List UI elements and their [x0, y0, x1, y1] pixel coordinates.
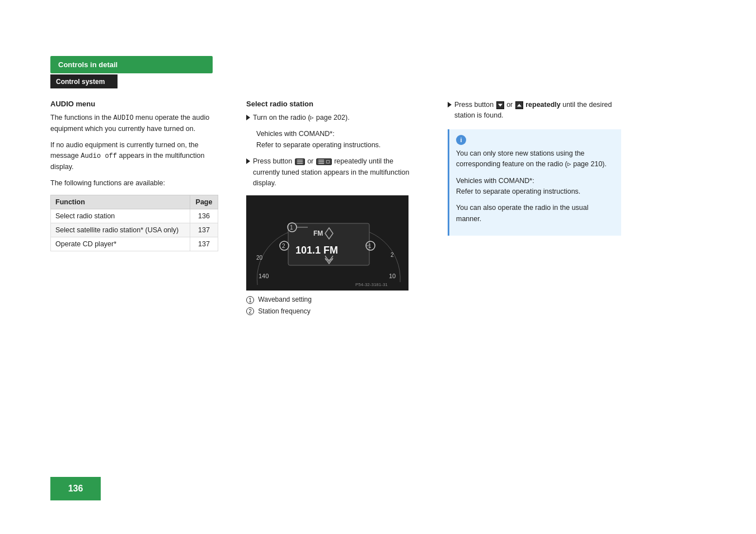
info-icon-wrapper: i — [456, 135, 614, 148]
bullet-text-1: Turn on the radio (▹ page 202). — [253, 113, 350, 123]
table-row: Operate CD player* 137 — [51, 237, 218, 251]
caption-item-2: 2 Station frequency — [246, 306, 420, 317]
table-cell-function: Select radio station — [51, 209, 190, 223]
header-bar: Controls in detail — [50, 56, 213, 73]
table-cell-page: 137 — [190, 237, 218, 251]
page-container: Controls in detail Control system AUDIO … — [0, 0, 756, 534]
right-bullet-arrow-1 — [448, 102, 452, 107]
function-table: Function Page Select radio station 136 S… — [50, 195, 218, 251]
table-header-page: Page — [190, 195, 218, 209]
subheader-title: Control system — [56, 78, 105, 86]
bullet-item-2: Press button or — [246, 156, 420, 189]
indent-text-1: Vehicles with COMAND*: Refer to separate… — [256, 129, 420, 151]
radio-button-icon-1 — [295, 158, 305, 165]
page-number-box: 136 — [50, 477, 101, 500]
info-para3: You can also operate the radio in the us… — [456, 203, 614, 224]
audio-menu-title: AUDIO menu — [50, 100, 218, 108]
table-cell-function: Operate CD player* — [51, 237, 190, 251]
caption-num-2: 2 — [246, 307, 254, 315]
caption-num-1: 1 — [246, 296, 254, 304]
audio-para2: If no audio equipment is currently turne… — [50, 140, 218, 172]
right-bullet-item-1: Press button or repeatedly until the des… — [448, 100, 621, 121]
bullet-text-2: Press button or — [253, 156, 420, 189]
dashboard-image-container: 140 20 10 2 FM 101.1 FM 1 — [246, 195, 420, 317]
svg-text:20: 20 — [256, 255, 263, 261]
table-row: Select satellite radio station* (USA onl… — [51, 223, 218, 237]
table-cell-page: 137 — [190, 223, 218, 237]
table-cell-page: 136 — [190, 209, 218, 223]
svg-text:2: 2 — [282, 243, 285, 249]
table-row: Select radio station 136 — [51, 209, 218, 223]
svg-text:101.1 FM: 101.1 FM — [295, 245, 338, 256]
audio-mono: AUDIO — [114, 114, 134, 122]
info-box: i You can only store new stations using … — [448, 129, 621, 236]
right-bullet-text-1: Press button or repeatedly until the des… — [454, 100, 621, 121]
subheader-bar: Control system — [50, 74, 118, 88]
audio-para3: The following functions are available: — [50, 178, 218, 189]
header-title: Controls in detail — [58, 60, 118, 69]
dashboard-svg: 140 20 10 2 FM 101.1 FM 1 — [246, 195, 408, 291]
table-cell-function: Select satellite radio station* (USA onl… — [51, 223, 190, 237]
nav-up-icon — [515, 101, 523, 109]
svg-text:140: 140 — [259, 273, 269, 279]
nav-down-icon — [496, 101, 504, 109]
info-para1: You can only store new stations using th… — [456, 148, 614, 170]
radio-button-icon-2 — [316, 158, 332, 165]
caption-text-2: Station frequency — [258, 307, 310, 315]
table-header-function: Function — [51, 195, 190, 209]
audio-off-mono: Audio off — [81, 152, 117, 160]
caption-item-1: 1 Waveband setting — [246, 294, 420, 305]
svg-text:FM: FM — [313, 229, 323, 237]
left-column: AUDIO menu The functions in the AUDIO me… — [50, 100, 218, 251]
svg-text:2: 2 — [391, 252, 394, 258]
caption-list: 1 Waveband setting 2 Station frequency — [246, 294, 420, 317]
bullet-arrow-1 — [246, 115, 250, 120]
select-radio-title: Select radio station — [246, 100, 420, 108]
svg-text:1: 1 — [290, 224, 293, 231]
right-column: Press button or repeatedly until the des… — [448, 100, 621, 236]
mid-column: Select radio station Turn on the radio (… — [246, 100, 420, 317]
repeatedly-text: repeatedly — [334, 157, 367, 165]
audio-para1: The functions in the AUDIO menu operate … — [50, 113, 218, 134]
info-para2: Vehicles with COMAND*: Refer to separate… — [456, 176, 614, 198]
page-number: 136 — [68, 484, 83, 494]
caption-text-1: Waveband setting — [258, 296, 312, 303]
bullet-item-1: Turn on the radio (▹ page 202). — [246, 113, 420, 123]
svg-text:P54-32-3181-31: P54-32-3181-31 — [355, 282, 388, 287]
svg-text:10: 10 — [389, 273, 396, 279]
repeatedly-text-right: repeatedly — [525, 101, 561, 109]
bullet-arrow-2 — [246, 158, 250, 164]
info-icon: i — [456, 135, 466, 145]
